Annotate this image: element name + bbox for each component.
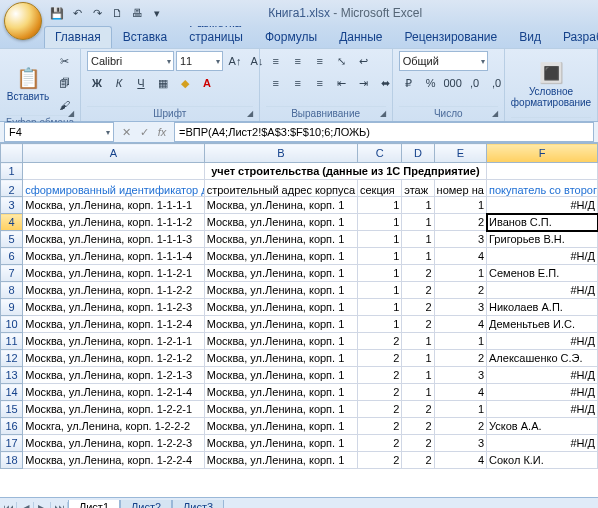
print-icon[interactable]: 🖶 [128,4,146,22]
cell-E12[interactable]: 2 [434,350,486,367]
border-icon[interactable]: ▦ [153,73,173,93]
ribbon-tab-5[interactable]: Рецензирование [394,26,509,48]
cell-A5[interactable]: Москва, ул.Ленина, корп. 1-1-1-3 [23,231,205,248]
cell-E16[interactable]: 2 [434,418,486,435]
sheet-nav-last-icon[interactable]: ⏭ [51,502,68,509]
cell-B9[interactable]: Москва, ул.Ленина, корп. 1 [204,299,357,316]
cell-C15[interactable]: 2 [357,401,401,418]
ribbon-tab-1[interactable]: Вставка [112,26,179,48]
cell-E14[interactable]: 4 [434,384,486,401]
cell-A6[interactable]: Москва, ул.Ленина, корп. 1-1-1-4 [23,248,205,265]
worksheet-grid[interactable]: ABCDEF1учет строительства (данные из 1С … [0,143,598,497]
cell-F17[interactable]: #Н/Д [487,435,598,452]
font-family-combo[interactable]: Calibri [87,51,174,71]
row-header[interactable]: 18 [1,452,23,469]
cell-C16[interactable]: 2 [357,418,401,435]
cell-B13[interactable]: Москва, ул.Ленина, корп. 1 [204,367,357,384]
fx-icon[interactable]: fx [154,126,170,139]
fill-color-icon[interactable]: ◆ [175,73,195,93]
column-header-D[interactable]: D [402,144,434,163]
font-color-icon[interactable]: A [197,73,217,93]
row-header[interactable]: 8 [1,282,23,299]
cell-B3[interactable]: Москва, ул.Ленина, корп. 1 [204,197,357,214]
cell-F10[interactable]: Деменьтьев И.С. [487,316,598,333]
cell-C4[interactable]: 1 [357,214,401,231]
cell-C8[interactable]: 1 [357,282,401,299]
cell-A14[interactable]: Москва, ул.Ленина, корп. 1-2-1-4 [23,384,205,401]
cell-A16[interactable]: Москга, ул.Ленина, корп. 1-2-2-2 [23,418,205,435]
column-header-E[interactable]: E [434,144,486,163]
cell-B7[interactable]: Москва, ул.Ленина, корп. 1 [204,265,357,282]
cell-B15[interactable]: Москва, ул.Ленина, корп. 1 [204,401,357,418]
cell-A10[interactable]: Москва, ул.Ленина, корп. 1-1-2-4 [23,316,205,333]
row-header[interactable]: 10 [1,316,23,333]
cell-C18[interactable]: 2 [357,452,401,469]
cell-D17[interactable]: 2 [402,435,434,452]
cell-E9[interactable]: 3 [434,299,486,316]
cell-F4[interactable]: Иванов С.П. [487,214,598,231]
cell-E3[interactable]: 1 [434,197,486,214]
currency-icon[interactable]: ₽ [399,73,419,93]
undo-icon[interactable]: ↶ [68,4,86,22]
cell-D4[interactable]: 1 [402,214,434,231]
dialog-launcher-icon[interactable]: ◢ [380,109,390,119]
cell-B5[interactable]: Москва, ул.Ленина, корп. 1 [204,231,357,248]
cell-D11[interactable]: 1 [402,333,434,350]
cell-B14[interactable]: Москва, ул.Ленина, корп. 1 [204,384,357,401]
cell-D7[interactable]: 2 [402,265,434,282]
cell-C13[interactable]: 2 [357,367,401,384]
name-box[interactable]: F4 [4,122,114,142]
align-right-icon[interactable]: ≡ [310,73,330,93]
cell-D16[interactable]: 2 [402,418,434,435]
cell-A13[interactable]: Москва, ул.Ленина, корп. 1-2-1-3 [23,367,205,384]
copy-icon[interactable]: 🗐 [54,73,74,93]
row-header[interactable]: 6 [1,248,23,265]
cell-A8[interactable]: Москва, ул.Ленина, корп. 1-1-2-2 [23,282,205,299]
conditional-format-button[interactable]: 🔳 Условное форматирование [511,57,591,111]
cell-B17[interactable]: Москва, ул.Ленина, корп. 1 [204,435,357,452]
indent-inc-icon[interactable]: ⇥ [354,73,374,93]
cell-E10[interactable]: 4 [434,316,486,333]
cell-D13[interactable]: 1 [402,367,434,384]
cell-F12[interactable]: Алексашенко С.Э. [487,350,598,367]
header-cell-C[interactable]: секция [357,180,401,197]
cell-D9[interactable]: 2 [402,299,434,316]
row-header[interactable]: 16 [1,418,23,435]
cell-A17[interactable]: Москва, ул.Ленина, корп. 1-2-2-3 [23,435,205,452]
cell-E13[interactable]: 3 [434,367,486,384]
align-bottom-icon[interactable]: ≡ [310,51,330,71]
cell-C3[interactable]: 1 [357,197,401,214]
font-size-combo[interactable]: 11 [176,51,223,71]
align-left-icon[interactable]: ≡ [266,73,286,93]
underline-button[interactable]: Ч [131,73,151,93]
sheet-nav-first-icon[interactable]: ⏮ [0,502,17,509]
cell-F3[interactable]: #Н/Д [487,197,598,214]
dialog-launcher-icon[interactable]: ◢ [68,109,78,119]
merged-header[interactable]: учет строительства (данные из 1С Предпри… [204,163,486,180]
formula-input[interactable]: =ВПР(A4;Лист2!$A$3:$F$10;6;ЛОЖЬ) [174,122,594,142]
indent-dec-icon[interactable]: ⇤ [332,73,352,93]
ribbon-tab-3[interactable]: Формулы [254,26,328,48]
row-header[interactable]: 14 [1,384,23,401]
column-header-A[interactable]: A [23,144,205,163]
orientation-icon[interactable]: ⤡ [332,51,352,71]
row-header[interactable]: 3 [1,197,23,214]
row-header[interactable]: 2 [1,180,23,197]
wrap-text-icon[interactable]: ↩ [354,51,374,71]
cell-E7[interactable]: 1 [434,265,486,282]
align-top-icon[interactable]: ≡ [266,51,286,71]
office-button[interactable] [4,2,42,40]
row-header[interactable]: 9 [1,299,23,316]
cell-F15[interactable]: #Н/Д [487,401,598,418]
cell-F5[interactable]: Григорьев В.Н. [487,231,598,248]
number-format-combo[interactable]: Общий [399,51,488,71]
cell-F18[interactable]: Сокол К.И. [487,452,598,469]
cell-E8[interactable]: 2 [434,282,486,299]
dialog-launcher-icon[interactable]: ◢ [492,109,502,119]
accept-formula-icon[interactable]: ✓ [136,126,152,139]
grow-font-icon[interactable]: A↑ [225,51,245,71]
save-icon[interactable]: 💾 [48,4,66,22]
cell-D3[interactable]: 1 [402,197,434,214]
cell-A9[interactable]: Москва, ул.Ленина, корп. 1-1-2-3 [23,299,205,316]
cell-E6[interactable]: 4 [434,248,486,265]
